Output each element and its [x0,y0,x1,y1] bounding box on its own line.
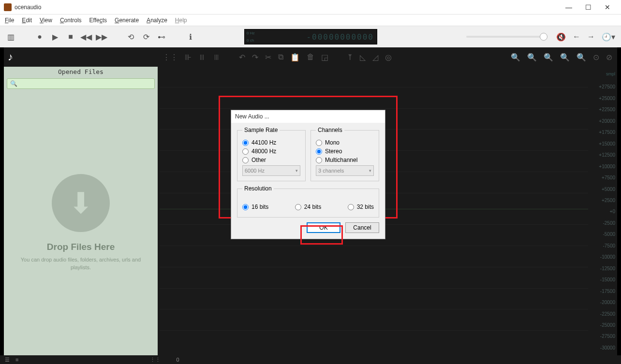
history-icon[interactable]: 🕘▾ [602,32,615,42]
eq-icon[interactable]: ⫼ [198,53,206,61]
ruler-unit: smpl [591,72,615,76]
mute-icon[interactable]: 🔇 [556,32,566,42]
chevron-down-icon: ▾ [296,168,298,173]
drop-heading: Drop Files Here [47,242,115,252]
waveform-icon[interactable]: ⊪ [185,53,192,62]
radio-stereo[interactable]: Stereo [316,148,374,155]
sample-rate-legend: Sample Rate [242,127,280,133]
chevron-down-icon: ▾ [369,168,371,173]
delete-icon[interactable]: 🗑 [307,53,314,61]
sidebar-header: Opened Files [4,67,158,77]
menu-controls[interactable]: Controls [60,17,82,24]
tool1-icon[interactable]: ⊙ [593,53,599,62]
tool2-icon[interactable]: ⊘ [606,53,612,62]
channels-legend: Channels [316,127,344,133]
maximize-button[interactable]: ☐ [578,0,598,14]
radio-48000[interactable]: 48000 Hz [242,148,300,155]
close-button[interactable]: ✕ [598,0,617,14]
meter-bot: 0 ch [247,38,259,43]
rewind-icon[interactable]: ◀◀ [80,31,92,43]
drop-text: You can drop audio files, folders, archi… [14,256,148,271]
zoom-in-icon[interactable]: 🔍 [511,53,520,62]
play-icon[interactable]: ▶ [49,31,61,43]
radio-24bits[interactable]: 24 bits [295,204,321,210]
sidebar: ♪ Opened Files 🔍 ⬇ Drop Files Here You c… [4,47,158,355]
redo-icon[interactable]: ↷ [252,53,258,62]
drop-circle: ⬇ [52,174,110,232]
level-meter: 0 Hz 0 ch -00000000000 [244,29,377,44]
zoom-fit-icon[interactable]: 🔍 [560,53,570,62]
status-icon1[interactable]: ☰ [5,357,10,363]
zoom-v-icon[interactable]: 🔍 [577,53,586,62]
menu-file[interactable]: File [5,17,14,24]
meter-top: 0 Hz [247,31,259,35]
channels-group: Channels Mono Stereo Multichannel 3 chan… [310,127,379,181]
status-icon2[interactable]: ≡ [15,357,18,363]
loop-region-icon[interactable]: ⟳ [140,31,152,43]
radio-multichannel[interactable]: Multichannel [316,157,374,163]
record-icon[interactable]: ● [34,31,45,43]
menu-effects[interactable]: Effects [89,17,107,24]
menu-generate[interactable]: Generate [115,17,139,24]
menu-view[interactable]: View [40,17,52,24]
zoom-out-icon[interactable]: 🔍 [527,53,537,62]
sidebar-toggle-icon[interactable]: ▥ [5,31,16,43]
canvas-toolbar: ⋮⋮ ⊪ ⫼ ⫼ ↶ ↷ ✂ ⧉ 📋 🗑 ◲ ⤒ ◺ ◿ ◎ 🔍 🔍 🔍 🔍 🔍… [158,47,617,67]
cancel-button[interactable]: Cancel [345,222,379,233]
handle-icon[interactable]: ⋮⋮ [163,53,178,62]
loop-icon[interactable]: ⟲ [125,31,136,43]
sample-rate-group: Sample Rate 44100 Hz 48000 Hz Other 6000… [237,127,306,181]
resolution-group: Resolution 16 bits 24 bits 32 bits [237,185,379,218]
channels-combo: 3 channels▾ [316,165,374,176]
meter-digits: -00000000000 [259,29,377,44]
canvas: ⋮⋮ ⊪ ⫼ ⫼ ↶ ↷ ✂ ⧉ 📋 🗑 ◲ ⤒ ◺ ◿ ◎ 🔍 🔍 🔍 🔍 🔍… [158,47,617,355]
paste-icon[interactable]: 📋 [290,53,300,62]
prev-icon[interactable]: ← [573,32,580,41]
radio-16bits[interactable]: 16 bits [242,204,268,210]
volume-slider[interactable] [466,36,544,38]
radio-other[interactable]: Other [242,157,300,163]
toggle-icon[interactable]: ⊷ [156,31,167,43]
undo-icon[interactable]: ↶ [239,53,245,62]
search-input[interactable]: 🔍 [7,78,155,89]
new-audio-dialog: New Audio ... Sample Rate 44100 Hz 48000… [231,110,385,239]
amplitude-ruler: smpl +27500 +25000 +22500 +20000 +17500 … [591,72,615,350]
fade-in-icon[interactable]: ⤒ [347,53,353,62]
crop-icon[interactable]: ◲ [321,53,328,62]
copy-icon[interactable]: ⧉ [278,53,283,61]
zoom-sel-icon[interactable]: 🔍 [544,53,553,62]
cut-icon[interactable]: ✂ [265,53,271,62]
radio-mono[interactable]: Mono [316,139,374,146]
radio-32bits[interactable]: 32 bits [348,204,374,210]
ok-button[interactable]: OK [307,222,340,233]
titlebar: ocenaudio — ☐ ✕ [0,0,621,15]
menubar: File Edit View Controls Effects Generate… [0,15,621,26]
sample-rate-combo: 6000 Hz▾ [242,165,300,176]
forward-icon[interactable]: ▶▶ [96,31,107,43]
drop-zone[interactable]: ⬇ Drop Files Here You can drop audio fil… [4,90,158,355]
resolution-legend: Resolution [242,185,274,192]
menu-edit[interactable]: Edit [22,17,32,24]
menu-analyze[interactable]: Analyze [147,17,167,24]
ramp-up-icon[interactable]: ◺ [360,53,366,62]
menu-help[interactable]: Help [175,17,187,24]
ramp-down-icon[interactable]: ◿ [372,53,378,62]
next-icon[interactable]: → [587,32,595,41]
dialog-title: New Audio ... [231,110,385,123]
stop-icon[interactable]: ■ [65,31,76,43]
statusbar: ☰ ≡ ⋮⋮ 0 [0,355,621,364]
status-zero: 0 [176,357,179,363]
app-title: ocenaudio [15,4,559,11]
minimize-button[interactable]: — [559,0,578,14]
search-icon: 🔍 [10,80,17,87]
eq2-icon[interactable]: ⫼ [213,53,221,61]
info-icon[interactable]: ℹ [185,31,196,43]
note-icon: ♪ [4,47,158,67]
radio-44100[interactable]: 44100 Hz [242,139,300,146]
app-icon [4,3,12,11]
down-arrow-icon: ⬇ [69,186,93,220]
toolbar: ▥ ● ▶ ■ ◀◀ ▶▶ ⟲ ⟳ ⊷ ℹ 0 Hz 0 ch -0000000… [0,26,621,47]
slider-thumb[interactable] [540,33,547,41]
target-icon[interactable]: ◎ [385,53,392,62]
